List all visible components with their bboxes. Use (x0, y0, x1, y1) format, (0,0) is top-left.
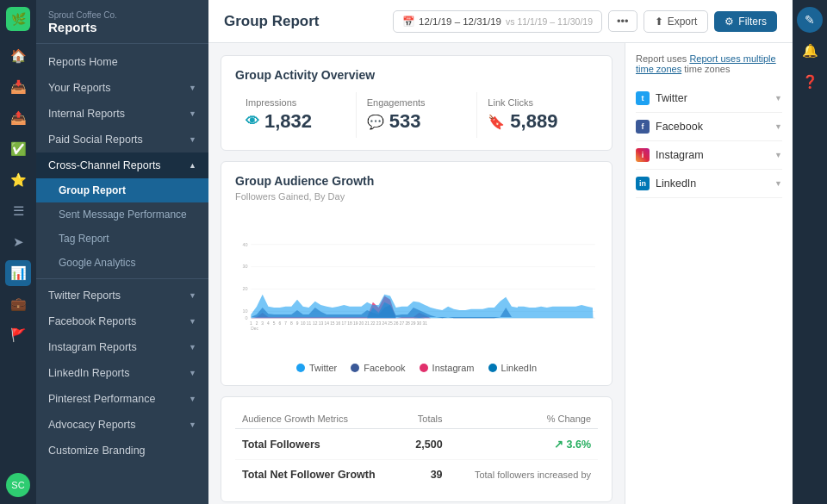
link-clicks-metric: Link Clicks 🔖 5,889 (477, 92, 598, 138)
svg-text:28: 28 (405, 321, 410, 326)
sidebar-title: Reports (48, 20, 196, 34)
svg-text:30: 30 (417, 321, 422, 326)
svg-text:11: 11 (307, 321, 312, 326)
date-range-button[interactable]: 📅 12/1/19 – 12/31/19 vs 11/1/19 – 11/30/… (393, 10, 602, 33)
sidebar-subitem-group-report[interactable]: Group Report (36, 178, 208, 202)
more-options-button[interactable]: ••• (608, 10, 637, 32)
network-item-twitter[interactable]: t Twitter ▼ (636, 84, 782, 113)
svg-text:9: 9 (296, 321, 299, 326)
sidebar-item-internal-reports[interactable]: Internal Reports▼ (36, 101, 208, 127)
svg-text:40: 40 (243, 242, 248, 247)
svg-text:Dec: Dec (251, 327, 258, 331)
svg-text:17: 17 (342, 321, 347, 326)
export-button[interactable]: ⬆ Export (644, 10, 709, 33)
svg-text:12: 12 (313, 321, 318, 326)
sidebar-item-paid-social[interactable]: Paid Social Reports▼ (36, 127, 208, 152)
svg-text:20: 20 (243, 286, 248, 291)
svg-text:24: 24 (382, 321, 388, 326)
notifications-icon[interactable]: 🔔 (797, 38, 823, 64)
svg-text:16: 16 (336, 321, 341, 326)
svg-text:10: 10 (243, 308, 248, 314)
star-icon[interactable]: ⭐ (5, 167, 31, 193)
svg-text:19: 19 (353, 321, 358, 326)
svg-text:27: 27 (400, 321, 405, 326)
sidebar-subitem-google-analytics[interactable]: Google Analytics (36, 251, 208, 275)
table-row: Total Followers 2,500 ↗ 3.6% (235, 429, 598, 460)
sprout-logo[interactable]: 🌿 (6, 7, 30, 31)
sidebar-item-facebook-reports[interactable]: Facebook Reports▼ (36, 308, 208, 334)
network-item-linkedin[interactable]: in LinkedIn ▼ (636, 170, 782, 198)
svg-text:8: 8 (290, 321, 293, 326)
home-icon[interactable]: 🏠 (5, 43, 31, 69)
svg-text:23: 23 (376, 321, 382, 326)
svg-text:2: 2 (256, 321, 258, 326)
sidebar-item-cross-channel[interactable]: Cross-Channel Reports▲ (36, 152, 208, 178)
help-icon[interactable]: ❓ (797, 69, 823, 95)
sidebar-subitem-sent-message[interactable]: Sent Message Performance (36, 202, 208, 227)
avatar[interactable]: SC (6, 473, 30, 497)
svg-text:31: 31 (423, 321, 428, 326)
audience-growth-title: Group Audience Growth (235, 174, 598, 188)
network-item-facebook[interactable]: f Facebook ▼ (636, 113, 782, 141)
sidebar-item-customize-branding[interactable]: Customize Branding (36, 438, 208, 464)
sidebar-item-instagram-reports[interactable]: Instagram Reports▼ (36, 334, 208, 360)
table-row: Total Net Follower Growth 39 Total follo… (235, 460, 598, 490)
activity-overview-card: Group Activity Overview Impressions 👁 1,… (221, 55, 612, 151)
tasks-icon[interactable]: ✅ (5, 136, 31, 162)
sidebar-subitem-tag-report[interactable]: Tag Report (36, 227, 208, 251)
brand-name: Sprout Coffee Co. (48, 10, 196, 20)
metrics-col-totals: Totals (403, 409, 450, 429)
publish-icon[interactable]: 📤 (5, 105, 31, 131)
svg-text:10: 10 (301, 321, 306, 326)
svg-text:5: 5 (273, 321, 276, 326)
sidebar-item-pinterest[interactable]: Pinterest Performance▼ (36, 386, 208, 412)
send-icon[interactable]: ➤ (5, 229, 31, 255)
svg-text:3: 3 (261, 321, 264, 326)
svg-text:26: 26 (394, 321, 399, 326)
page-title: Group Report (224, 13, 320, 30)
svg-text:29: 29 (411, 321, 416, 326)
calendar-icon: 📅 (402, 16, 414, 28)
analytics-icon[interactable]: 📊 (5, 260, 31, 286)
current-date-range: 12/1/19 – 12/31/19 (419, 16, 501, 27)
sidebar-item-linkedin-reports[interactable]: LinkedIn Reports▼ (36, 360, 208, 386)
flag-icon[interactable]: 🚩 (5, 322, 31, 348)
svg-text:14: 14 (324, 321, 329, 326)
chart-legend: Twitter Facebook Instagram LinkedIn (235, 363, 598, 373)
svg-text:18: 18 (347, 321, 352, 326)
sidebar-item-your-reports[interactable]: Your Reports▼ (36, 75, 208, 101)
svg-text:15: 15 (330, 321, 335, 326)
svg-text:22: 22 (370, 321, 376, 326)
multiple-timezones-link[interactable]: Report uses multiple time zones (636, 53, 776, 74)
filters-button[interactable]: ⚙ Filters (714, 11, 777, 32)
inbox-icon[interactable]: 📥 (5, 74, 31, 100)
svg-text:1: 1 (250, 321, 252, 326)
sidebar-item-twitter-reports[interactable]: Twitter Reports▼ (36, 283, 208, 308)
svg-text:21: 21 (364, 321, 370, 326)
timezone-notice: Report uses Report uses multiple time zo… (636, 53, 782, 74)
audience-metrics-card: Audience Growth Metrics Totals % Change … (221, 396, 612, 502)
export-icon: ⬆ (655, 16, 663, 28)
list-icon[interactable]: ☰ (5, 198, 31, 224)
briefcase-icon[interactable]: 💼 (5, 291, 31, 317)
svg-text:13: 13 (319, 321, 324, 326)
metrics-col-change: % Change (450, 409, 598, 429)
engagements-metric: Engagements 💬 533 (357, 92, 478, 138)
svg-marker-13 (251, 295, 593, 318)
svg-text:25: 25 (388, 321, 393, 326)
previous-date-range: vs 11/1/19 – 11/30/19 (506, 16, 593, 27)
sidebar-item-advocacy[interactable]: Advocacy Reports▼ (36, 412, 208, 438)
svg-text:4: 4 (267, 321, 270, 326)
sidebar-item-reports-home[interactable]: Reports Home (36, 49, 208, 75)
svg-text:20: 20 (359, 321, 364, 326)
compose-button[interactable]: ✎ (797, 7, 823, 33)
metrics-col-name: Audience Growth Metrics (235, 409, 403, 429)
svg-text:30: 30 (243, 264, 248, 269)
chart-subtitle: Followers Gained, By Day (235, 191, 598, 202)
audience-growth-chart: 40 30 20 10 0 (235, 208, 598, 359)
network-item-instagram[interactable]: i Instagram ▼ (636, 141, 782, 170)
filters-icon: ⚙ (724, 16, 734, 28)
svg-text:0: 0 (246, 315, 248, 320)
activity-overview-title: Group Activity Overview (235, 68, 598, 82)
audience-growth-card: Group Audience Growth Followers Gained, … (221, 161, 612, 386)
